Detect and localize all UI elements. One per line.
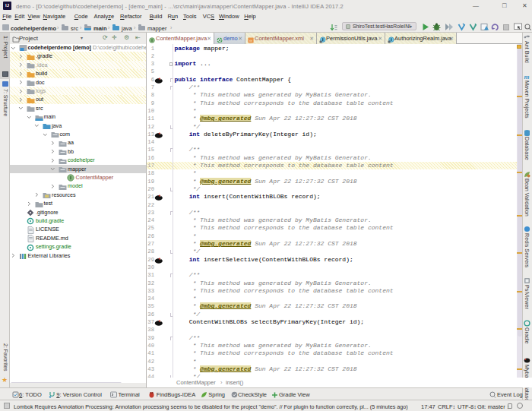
svg-text:‹›: ‹›	[249, 37, 252, 42]
svg-text:m: m	[524, 73, 530, 80]
